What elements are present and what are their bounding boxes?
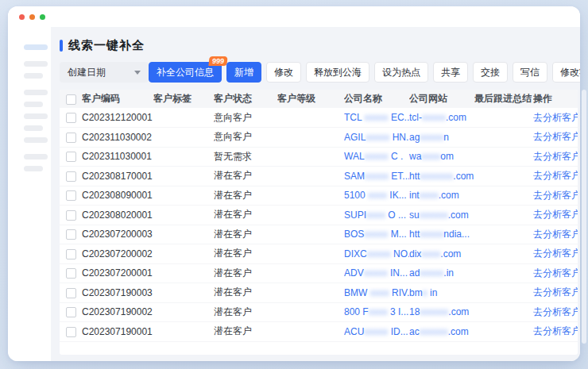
visible-text: tcl- [409, 112, 422, 123]
window-zoom-button[interactable] [40, 14, 45, 20]
company-website[interactable]: waxxxxom [409, 147, 474, 167]
handover-button[interactable]: 交接 [473, 62, 508, 83]
row-checkbox[interactable] [66, 152, 76, 162]
analyze-customer-link[interactable]: 去分析客户 [533, 267, 578, 279]
row-checkbox[interactable] [66, 210, 76, 221]
row-checkbox[interactable] [66, 307, 76, 317]
redacted-text: xxxx [421, 151, 440, 162]
row-checkbox[interactable] [66, 133, 76, 143]
analyze-customer-link[interactable]: 去分析客户 [533, 209, 578, 220]
customer-code: C202307190003 [82, 283, 153, 303]
sidebar-item[interactable] [24, 113, 48, 119]
analyze-customer-link[interactable]: 去分析客户 [533, 306, 578, 317]
sidebar-item[interactable] [24, 154, 48, 160]
row-checkbox[interactable] [66, 113, 76, 123]
redacted-text: xxxx [368, 190, 387, 201]
edit-button[interactable]: 修改 [266, 62, 301, 83]
table-header-row: 客户编码客户标签客户状态客户等级公司名称公司网站最后跟进总结操作 [60, 90, 578, 108]
company-name: TCL xxxxx EC... [344, 108, 409, 128]
customer-code: C202307190001 [82, 322, 153, 342]
company-website[interactable]: agxxxxxn [409, 128, 474, 148]
analyze-customer-link[interactable]: 去分析客户 [533, 131, 578, 142]
company-website[interactable]: 18xxxxxx.com [409, 302, 474, 322]
last-followup-summary [474, 244, 533, 264]
company-website[interactable]: tcl-xxxxx.com [409, 108, 474, 128]
visible-text: .in [443, 267, 454, 279]
sidebar-item[interactable] [24, 90, 48, 95]
complete-company-info-button[interactable]: 补全公司信息999 [149, 62, 222, 83]
analyze-customer-link[interactable]: 去分析客户 [533, 229, 578, 240]
last-followup-summary [474, 225, 533, 244]
company-website[interactable]: acxxxxxx.com [409, 322, 474, 342]
analyze-customer-link[interactable]: 去分析客户 [533, 151, 578, 162]
redacted-text: xxxxx [367, 248, 391, 259]
company-website[interactable]: suxxxxxx.com [409, 206, 474, 225]
set-hotspot-button[interactable]: 设为热点 [374, 62, 428, 83]
row-checkbox[interactable] [66, 268, 76, 279]
date-filter-select[interactable]: 创建日期 [60, 62, 149, 83]
sidebar-item[interactable] [24, 166, 43, 171]
sidebar-item[interactable] [24, 73, 43, 79]
change-status-button[interactable]: 修改状态 [552, 62, 580, 83]
customer-level [277, 283, 344, 303]
share-button[interactable]: 共享 [433, 62, 468, 83]
visible-text: HN... [389, 132, 409, 143]
release-to-public-pool-button[interactable]: 释放到公海 [306, 62, 369, 83]
redacted-text: xxxxx [366, 132, 389, 143]
last-followup-summary [474, 302, 533, 322]
customer-tag [153, 186, 214, 206]
analyze-customer-link[interactable]: 去分析客户 [533, 112, 578, 123]
add-button[interactable]: 新增 [226, 62, 261, 83]
redacted-text: xxxxx [420, 132, 443, 143]
customer-status: 暂无需求 [214, 147, 277, 167]
company-website[interactable]: bmx in [409, 283, 474, 303]
table-row: C202307200002潜在客户DIXCxxxxx NO...dixxxxx.… [60, 244, 578, 264]
row-checkbox[interactable] [66, 327, 76, 337]
company-name: SUPIxxxx O ... [344, 206, 409, 225]
company-website[interactable]: httxxxxxxx.com [409, 167, 474, 186]
last-followup-summary [474, 167, 533, 186]
sidebar [8, 27, 51, 361]
table-row: C202307190002潜在客户800 Fxxxx 3 I...18xxxxx… [60, 302, 578, 322]
customer-tag [153, 108, 214, 128]
analyze-customer-link[interactable]: 去分析客户 [533, 170, 578, 181]
company-website[interactable]: adxxxxx.in [409, 263, 474, 283]
analyze-customer-link[interactable]: 去分析客户 [533, 248, 578, 259]
visible-text: .com [448, 209, 469, 221]
row-checkbox[interactable] [66, 288, 76, 298]
chevron-down-icon [134, 71, 141, 75]
last-followup-summary [474, 128, 533, 148]
analyze-customer-link[interactable]: 去分析客户 [533, 286, 578, 298]
sidebar-item-active[interactable] [24, 44, 48, 50]
window-minimize-button[interactable] [29, 14, 35, 20]
sidebar-item[interactable] [24, 61, 48, 67]
row-checkbox[interactable] [66, 229, 76, 240]
customer-level [277, 128, 344, 148]
company-website[interactable]: intxxxx.com [409, 186, 474, 206]
visible-text: .com [440, 248, 461, 259]
sidebar-item[interactable] [24, 102, 43, 107]
table-row: C202307190003潜在客户BMW xxxx RIV...bmx in去分… [60, 283, 578, 303]
visible-text: htt [409, 171, 420, 182]
select-all-checkbox[interactable] [66, 94, 76, 105]
analyze-customer-link[interactable]: 去分析客户 [533, 190, 578, 201]
row-checkbox[interactable] [66, 190, 76, 201]
column-header-7: 最后跟进总结 [474, 90, 533, 108]
visible-text: C . [389, 151, 404, 162]
sidebar-item[interactable] [24, 137, 48, 143]
window-close-button[interactable] [19, 14, 25, 20]
scrollbar[interactable] [582, 90, 586, 344]
column-header-4: 客户等级 [277, 90, 344, 108]
company-website[interactable]: httxxxxxndia... [409, 225, 474, 244]
row-checkbox[interactable] [66, 171, 76, 182]
analyze-customer-link[interactable]: 去分析客户 [533, 325, 578, 336]
customer-level [277, 322, 344, 342]
page-title: 线索一键补全 [68, 38, 145, 53]
visible-text: O ... [385, 209, 406, 221]
redacted-text: xxxxx [364, 267, 388, 279]
toolbar-button-group: 补全公司信息999新增修改释放到公海设为热点共享交接写信修改状态删除更多... [149, 62, 580, 83]
write-email-button[interactable]: 写信 [513, 62, 547, 83]
row-checkbox[interactable] [66, 249, 76, 259]
company-website[interactable]: dixxxxx.com [409, 244, 474, 264]
sidebar-item[interactable] [24, 125, 43, 131]
